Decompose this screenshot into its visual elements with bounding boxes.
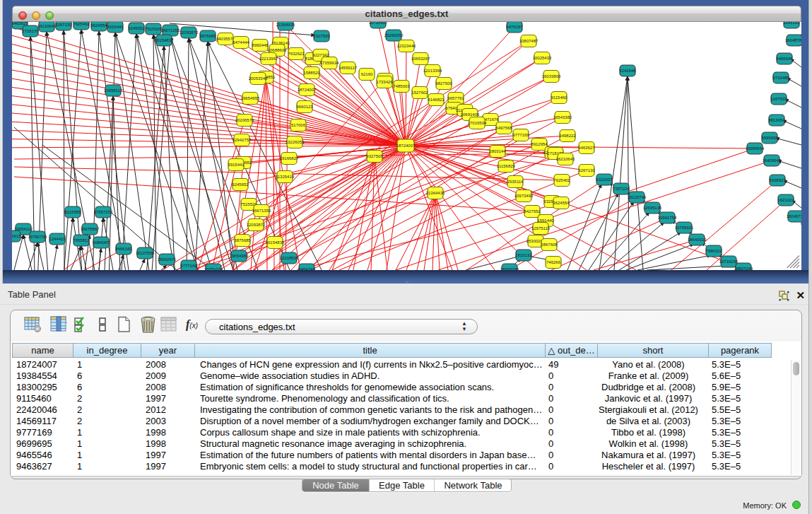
svg-text:16210643: 16210643 <box>556 157 575 161</box>
svg-text:7357224: 7357224 <box>613 187 630 191</box>
svg-text:9242848: 9242848 <box>619 69 636 73</box>
svg-text:12213967: 12213967 <box>259 57 278 61</box>
svg-text:19166827: 19166827 <box>280 156 299 160</box>
svg-text:19654955: 19654955 <box>241 96 260 100</box>
svg-text:16154838: 16154838 <box>266 240 285 245</box>
svg-text:9245652: 9245652 <box>232 182 249 187</box>
svg-text:62160: 62160 <box>361 72 373 76</box>
svg-text:7625402: 7625402 <box>73 22 90 26</box>
svg-text:9327505: 9327505 <box>313 34 330 38</box>
svg-text:8912954: 8912954 <box>531 142 548 146</box>
svg-text:5938923: 5938923 <box>769 178 786 182</box>
svg-text:17359934: 17359934 <box>320 61 339 65</box>
svg-text:7485003: 7485003 <box>393 84 410 88</box>
svg-text:17016504: 17016504 <box>468 121 487 125</box>
svg-text:10653267: 10653267 <box>411 57 430 61</box>
svg-text:8215955: 8215955 <box>64 210 81 214</box>
svg-text:3624554: 3624554 <box>553 201 570 205</box>
svg-text:2867608: 2867608 <box>541 243 558 247</box>
svg-text:10719155: 10719155 <box>719 259 739 264</box>
svg-text:1621022: 1621022 <box>777 198 794 202</box>
svg-text:6497568: 6497568 <box>495 126 512 130</box>
svg-text:11156829: 11156829 <box>497 164 515 168</box>
svg-text:3875685: 3875685 <box>199 34 216 38</box>
svg-text:20206576: 20206576 <box>235 118 254 122</box>
svg-text:517006: 517006 <box>291 123 306 127</box>
svg-text:16782759: 16782759 <box>28 235 47 239</box>
svg-text:3267130: 3267130 <box>578 168 595 173</box>
svg-text:12218506: 12218506 <box>280 256 299 260</box>
svg-text:16107554: 16107554 <box>136 251 155 255</box>
svg-text:8813054: 8813054 <box>768 118 785 122</box>
svg-text:12323446: 12323446 <box>397 44 416 48</box>
svg-text:2803144: 2803144 <box>489 149 506 153</box>
svg-text:10973493: 10973493 <box>514 194 534 198</box>
svg-text:1588520: 1588520 <box>303 71 320 75</box>
svg-text:18724007: 18724007 <box>298 88 317 92</box>
svg-text:3915441: 3915441 <box>107 25 124 29</box>
svg-text:2935114: 2935114 <box>507 180 524 184</box>
svg-text:9699695: 9699695 <box>761 136 778 140</box>
svg-text:9474444: 9474444 <box>233 40 249 45</box>
svg-text:1167533: 1167533 <box>771 97 788 101</box>
svg-text:16154838: 16154838 <box>155 38 174 42</box>
svg-text:10958117: 10958117 <box>104 88 123 93</box>
svg-text:16543382: 16543382 <box>553 115 572 119</box>
svg-text:7632621: 7632621 <box>288 52 305 56</box>
svg-text:13226053: 13226053 <box>286 140 305 144</box>
svg-text:8427552: 8427552 <box>524 209 541 214</box>
svg-text:12093872: 12093872 <box>180 30 199 35</box>
svg-text:9465546: 9465546 <box>776 57 793 61</box>
svg-text:3915441: 3915441 <box>228 163 245 167</box>
svg-text:10961758: 10961758 <box>658 216 677 220</box>
svg-text:12975115: 12975115 <box>531 226 551 230</box>
svg-text:9146821: 9146821 <box>428 98 445 102</box>
svg-text:6479197: 6479197 <box>506 25 523 29</box>
svg-text:17957253: 17957253 <box>94 210 113 214</box>
svg-text:16409948: 16409948 <box>763 158 782 163</box>
svg-text:16046738: 16046738 <box>787 214 801 218</box>
svg-text:9827500: 9827500 <box>435 81 452 86</box>
svg-text:1362615: 1362615 <box>12 234 21 238</box>
svg-text:12093872: 12093872 <box>247 223 266 227</box>
svg-text:7625402: 7625402 <box>553 178 570 182</box>
svg-text:16671355: 16671355 <box>252 209 271 213</box>
svg-text:9115460: 9115460 <box>551 95 568 100</box>
svg-text:1244415: 1244415 <box>49 237 66 241</box>
svg-text:3624554: 3624554 <box>90 23 107 28</box>
svg-text:746266: 746266 <box>546 260 561 264</box>
svg-text:12942757: 12942757 <box>233 138 252 142</box>
svg-text:19384554: 19384554 <box>746 146 765 151</box>
svg-text:9463627: 9463627 <box>12 22 28 25</box>
svg-text:2718170: 2718170 <box>22 29 39 33</box>
svg-text:9660123: 9660123 <box>296 105 313 109</box>
svg-text:9777169: 9777169 <box>512 133 529 137</box>
svg-text:1615132: 1615132 <box>515 253 532 257</box>
svg-text:25266050: 25266050 <box>384 33 404 37</box>
svg-text:11325419: 11325419 <box>276 175 295 179</box>
svg-text:20053346: 20053346 <box>249 76 268 81</box>
svg-text:16033809: 16033809 <box>542 74 561 78</box>
svg-text:9777169: 9777169 <box>180 264 197 268</box>
svg-text:14569117: 14569117 <box>339 66 358 70</box>
svg-text:20691406: 20691406 <box>461 112 480 117</box>
svg-text:16648784: 16648784 <box>785 38 801 42</box>
svg-text:12213369: 12213369 <box>423 69 442 73</box>
svg-text:3267130: 3267130 <box>55 23 72 27</box>
svg-text:9657791: 9657791 <box>447 96 464 100</box>
svg-text:10756921: 10756921 <box>675 226 694 230</box>
svg-text:15720407: 15720407 <box>369 22 388 25</box>
svg-text:21364436: 21364436 <box>276 23 295 27</box>
svg-text:9463627: 9463627 <box>578 146 595 150</box>
svg-text:8466160: 8466160 <box>115 247 132 251</box>
svg-text:7515526: 7515526 <box>145 27 162 31</box>
svg-text:1733426: 1733426 <box>376 80 393 84</box>
svg-text:30975867: 30975867 <box>81 227 100 231</box>
svg-text:10807487: 10807487 <box>519 39 539 43</box>
svg-text:19654983: 19654983 <box>230 254 249 258</box>
svg-text:3498222: 3498222 <box>559 134 576 138</box>
svg-text:1527602: 1527602 <box>411 90 428 95</box>
svg-text:9327505: 9327505 <box>366 154 383 158</box>
svg-text:6322037: 6322037 <box>596 177 613 182</box>
svg-text:10025433: 10025433 <box>533 56 552 60</box>
